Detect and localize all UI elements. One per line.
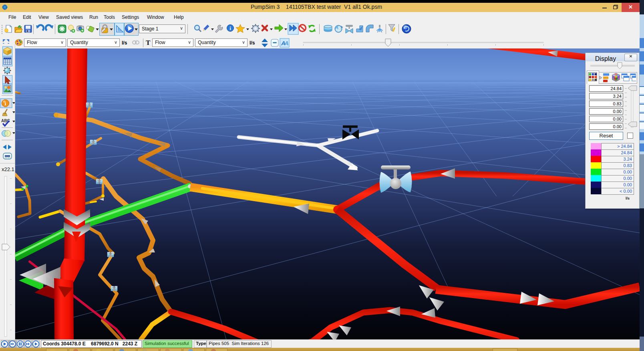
svg-text:A: A	[284, 40, 289, 46]
svg-text:T: T	[146, 39, 151, 46]
svg-text:i: i	[5, 101, 6, 107]
svg-text:i: i	[229, 25, 231, 31]
